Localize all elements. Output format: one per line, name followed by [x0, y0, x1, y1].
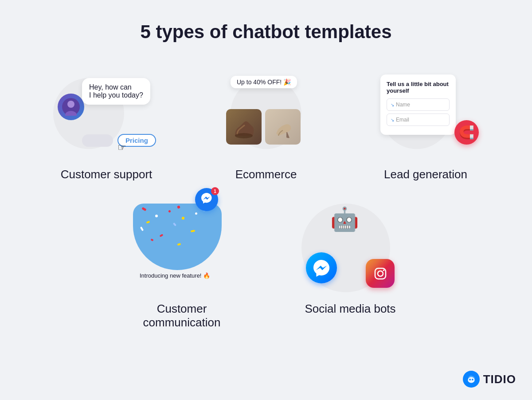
tidio-logo-text: TIDIO	[483, 373, 516, 386]
social-media-bots-visual: 🤖	[288, 199, 412, 297]
sm-instagram-icon	[366, 259, 395, 288]
cs-cursor-icon: ☞	[117, 142, 126, 153]
customer-communication-visual: Introducing new feature! 🔥 1	[120, 199, 244, 297]
customer-communication-card: Introducing new feature! 🔥 1 Customercom…	[115, 199, 248, 329]
cc-messenger-badge: 1	[195, 188, 218, 211]
bottom-grid: Introducing new feature! 🔥 1 Customercom…	[0, 199, 532, 329]
cs-avatar	[58, 94, 84, 120]
lg-name-icon: ↘	[391, 102, 394, 107]
ec-promo-emoji: 🎉	[283, 78, 291, 86]
customer-support-visual: Hey, how canI help you today? Pricing ☞	[44, 65, 168, 162]
social-media-bots-label: Social media bots	[305, 302, 395, 316]
sm-robot-emoji: 🤖	[330, 206, 359, 233]
ec-promo-text: Up to 40% OFF!	[237, 78, 282, 86]
cs-btn-gray	[82, 134, 113, 147]
cc-intro-text: Introducing new feature! 🔥	[140, 272, 210, 279]
ecommerce-label: Ecommerce	[235, 168, 297, 181]
lg-form-title: Tell us a little bit about yourself	[387, 81, 450, 94]
lg-email-icon: ↘	[391, 118, 394, 122]
page-title: 5 types of chatbot templates	[0, 0, 532, 43]
tidio-logo: TIDIO	[463, 371, 516, 388]
ec-boot-image	[226, 109, 262, 145]
svg-point-9	[469, 379, 471, 380]
cc-confetti-bg	[133, 204, 222, 270]
lead-generation-card: Tell us a little bit about yourself ↘ Na…	[359, 65, 492, 181]
customer-support-label: Customer support	[61, 168, 153, 181]
ec-images-row	[226, 109, 301, 145]
cc-notification-badge: 1	[211, 187, 219, 195]
lg-magnet-icon: 🧲	[454, 120, 479, 145]
svg-point-3	[235, 133, 253, 138]
lg-email-field: ↘ Email	[387, 114, 450, 126]
svg-point-10	[472, 379, 473, 380]
ec-promo-bubble: Up to 40% OFF! 🎉	[231, 76, 297, 88]
svg-point-1	[67, 101, 74, 108]
svg-point-6	[383, 269, 384, 271]
lg-name-placeholder: Name	[396, 102, 410, 108]
lg-name-field: ↘ Name	[387, 98, 450, 111]
lead-generation-label: Lead generation	[384, 168, 467, 181]
ecommerce-visual: Up to 40% OFF! 🎉	[204, 65, 328, 162]
top-grid: Hey, how canI help you today? Pricing ☞ …	[0, 65, 532, 181]
svg-point-5	[378, 271, 383, 276]
lead-generation-visual: Tell us a little bit about yourself ↘ Na…	[364, 65, 488, 162]
social-media-bots-card: 🤖 Social media bots	[284, 199, 417, 329]
ec-heel-image	[265, 109, 301, 145]
sm-messenger-icon	[306, 252, 337, 283]
ecommerce-card: Up to 40% OFF! 🎉	[200, 65, 332, 181]
lg-form-bubble: Tell us a little bit about yourself ↘ Na…	[380, 75, 456, 135]
svg-point-8	[468, 377, 474, 383]
cc-messenger-icon	[200, 192, 213, 207]
customer-support-card: Hey, how canI help you today? Pricing ☞ …	[40, 65, 173, 181]
tidio-logo-icon	[463, 371, 480, 388]
cs-chat-bubble: Hey, how canI help you today?	[82, 78, 150, 105]
customer-communication-label: Customercommunication	[143, 302, 221, 329]
cc-confetti-inner	[133, 204, 222, 270]
lg-email-placeholder: Email	[396, 117, 409, 123]
